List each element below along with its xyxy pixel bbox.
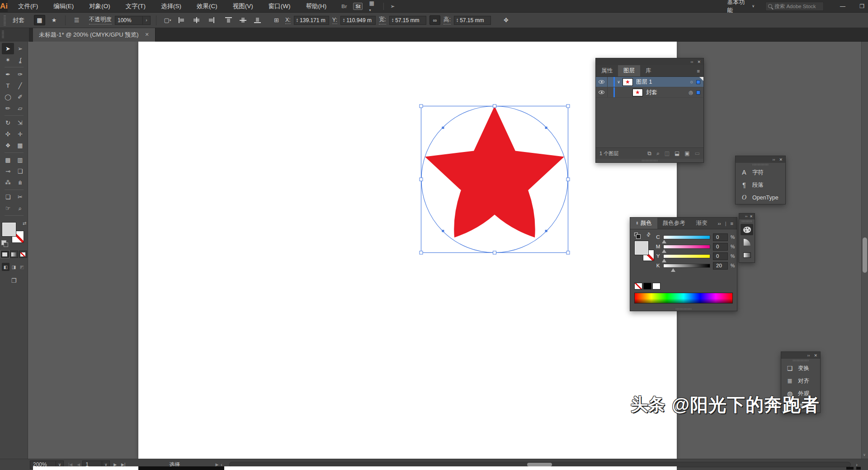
line-segment-tool[interactable]: ╱ [14,80,26,91]
zoom-tool[interactable]: ⌕ [14,203,26,214]
menu-item-0[interactable]: 文件(F) [18,2,38,10]
scale-corners-icon[interactable]: ✥ [500,15,512,25]
menu-item-4[interactable]: 选择(S) [161,2,181,10]
delete-layer-icon[interactable]: ▭ [695,150,700,157]
spinner-icon[interactable]: ▴▾ [457,18,458,22]
layers-panel-tab-1[interactable]: 图层 [618,65,640,76]
color-panel-tab-1[interactable]: 颜色参考 [657,218,691,229]
slider-thumb[interactable] [671,268,675,272]
layer-name[interactable]: 封套 [646,89,657,96]
hand-tool[interactable]: ☞ [2,203,14,214]
opacity-dropdown[interactable]: › [143,16,151,25]
none-button[interactable] [19,251,27,258]
layer-name[interactable]: 图层 1 [636,78,652,86]
layer-row[interactable]: ★ 封套 ◎ [596,87,703,98]
cyan-value-field[interactable]: 0 [713,233,728,241]
align-center-icon[interactable] [193,17,200,23]
artboard-tool[interactable]: ❏ [2,191,14,203]
collapse-icon[interactable]: ‹‹ [690,60,693,64]
screen-mode-button[interactable]: ❐ [0,277,28,284]
mesh-tool[interactable]: ▩ [2,154,14,166]
color-spectrum-bar[interactable] [634,293,733,304]
fill-swatch[interactable] [635,241,648,255]
layer-thumbnail[interactable]: ★ [623,78,633,86]
panel-grip[interactable] [2,31,4,39]
menu-item-3[interactable]: 文字(T) [126,2,146,10]
default-fill-stroke-icon[interactable] [1,240,6,245]
document-tab[interactable]: 未标题-1* @ 200% (CMYK/GPU 预览) ✕ [33,28,156,42]
visibility-cell[interactable] [596,87,608,97]
spinner-icon[interactable]: ▴▾ [297,18,298,22]
paintbrush-tool[interactable]: ✐ [14,91,26,103]
artboard-dropdown-icon[interactable]: ▢▾ [162,15,173,25]
black-value-field[interactable]: 20 [713,262,728,270]
menu-item-7[interactable]: 窗口(W) [269,2,291,10]
reference-point-icon[interactable]: ⊞ [271,15,282,25]
column-graph-tool[interactable]: ılı [14,177,26,188]
magenta-slider[interactable] [663,245,710,249]
x-field[interactable]: ▴▾139.171 m [294,16,329,25]
target-icon[interactable]: ○ [690,79,693,85]
swap-fill-stroke-icon[interactable]: ⇄ [23,221,26,226]
direct-selection-tool[interactable]: ➢ [14,43,26,54]
share-icon[interactable]: ➢ [390,3,395,9]
type-tool[interactable]: T [2,80,14,91]
y-field[interactable]: ▴▾110.949 m [340,16,376,25]
eraser-tool[interactable]: ▱ [14,103,26,114]
color-dock-button[interactable] [741,224,753,235]
expand-icon[interactable]: ›› [717,221,721,226]
magic-wand-tool[interactable]: ✶ [2,54,14,66]
selection-indicator[interactable] [696,90,700,95]
resize-grip[interactable] [596,159,703,162]
blend-tool[interactable]: ❑ [14,166,26,177]
layer-thumbnail[interactable]: ★ [632,89,643,96]
new-sublayer-icon[interactable]: ⬓ [675,150,679,157]
resize-grip[interactable] [630,307,737,311]
type-panel-item-2[interactable]: OOpenType [736,191,785,204]
envelope-options-button[interactable]: ☰ [71,15,82,25]
new-layer-icon[interactable]: ▣ [684,150,689,157]
black-slider[interactable] [663,264,710,268]
expand-icon[interactable]: ›› [772,157,775,162]
type-panel-item-0[interactable]: A字符 [736,166,785,179]
pencil-tool[interactable]: ✏ [2,103,14,114]
bridge-badge[interactable]: Br [341,4,347,9]
workspace-switcher[interactable]: 基本功能∨ [727,0,755,14]
white-swatch[interactable] [652,283,660,290]
ellipse-tool[interactable]: ◯ [2,91,14,103]
swap-colors-icon[interactable]: ⇄ [645,231,652,238]
shape-builder-tool[interactable]: ❖ [2,140,14,151]
fill-swatch[interactable] [2,223,16,236]
opacity-field[interactable]: 100% [115,16,143,25]
width-tool[interactable]: ✣ [2,128,14,140]
search-input[interactable] [774,4,821,9]
color-panel-tab-0[interactable]: ⇕颜色 [630,218,657,229]
rotate-tool[interactable]: ↻ [2,117,14,128]
vertical-scrollbar[interactable]: ∨ [861,42,868,459]
black-swatch[interactable] [643,283,651,290]
lasso-tool[interactable]: ʆ [14,54,26,66]
menu-item-5[interactable]: 效果(C) [197,2,217,10]
pen-tool[interactable]: ✒ [2,69,14,80]
close-tab-icon[interactable]: ✕ [145,32,149,38]
edit-envelope-button[interactable]: ▦ [34,15,45,25]
color-button[interactable] [1,251,9,258]
swap-mini-icon[interactable] [634,233,638,236]
panel-grip[interactable] [4,15,6,25]
color-guide-dock-button[interactable] [741,237,753,248]
scale-tool[interactable]: ⇲ [14,117,26,128]
panel-menu-icon[interactable]: ≡ [697,68,700,74]
menu-item-1[interactable]: 编辑(E) [53,2,74,10]
menu-item-6[interactable]: 视图(V) [233,2,253,10]
drag-handle[interactable] [781,359,820,362]
eyedropper-tool[interactable]: ⊸ [2,166,14,177]
selected-star-artwork[interactable] [418,103,571,256]
slice-tool[interactable]: ✂ [14,191,26,203]
transform-panel-item-0[interactable]: ❏变换 [781,362,820,375]
height-field[interactable]: ▴▾57.15 mm [454,16,491,25]
gradient-button[interactable] [10,251,18,258]
selection-tool[interactable]: ➤ [2,43,14,54]
type-panel-item-1[interactable]: ¶段落 [736,179,785,191]
draw-inside-button[interactable]: ◩ [18,263,26,271]
scrollbar-thumb[interactable] [527,463,552,466]
